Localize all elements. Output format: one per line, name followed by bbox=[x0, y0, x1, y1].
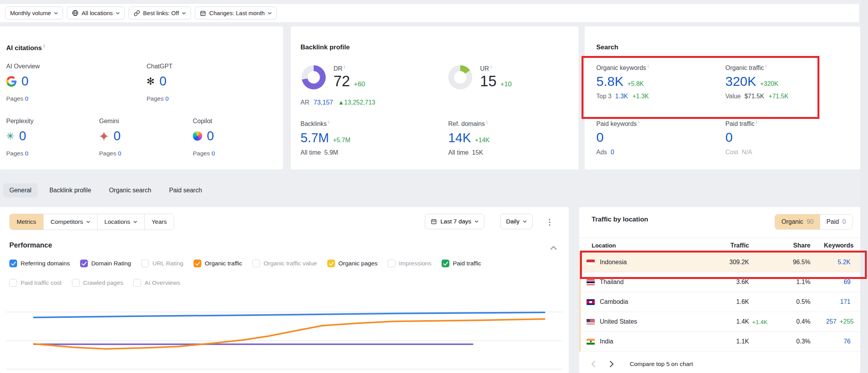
scrollbar-track[interactable] bbox=[860, 0, 868, 373]
perplexity-block: Perplexity ✳ 0 Pages 0 bbox=[6, 118, 92, 157]
keywords-link[interactable]: 5.2K bbox=[838, 259, 851, 266]
top3-value[interactable]: 1.3K bbox=[615, 93, 628, 99]
checkbox-domain-rating[interactable]: Domain Rating bbox=[80, 260, 131, 267]
checkbox-referring-domains[interactable]: Referring domains bbox=[9, 260, 70, 267]
chatgpt-block: ChatGPT ✻ 0 Pages 0 bbox=[147, 63, 232, 102]
table-row-indonesia[interactable]: Indonesia 309.2K 96.5% 5.2K bbox=[579, 253, 860, 272]
paid-count: 0 bbox=[842, 218, 846, 225]
location-table-footer: Compare top 5 on chart bbox=[591, 361, 693, 368]
next-page-chevron-icon[interactable] bbox=[609, 361, 614, 368]
segment-competitors[interactable]: Competitors bbox=[43, 214, 97, 230]
prev-page-chevron-icon[interactable] bbox=[591, 361, 596, 368]
table-row-thailand[interactable]: Thailand 3.6K 1.1% 69 bbox=[579, 272, 860, 292]
date-range-label: Last 7 days bbox=[440, 218, 471, 225]
organic-keywords-value[interactable]: 5.8K bbox=[596, 74, 623, 89]
calendar-icon bbox=[200, 10, 206, 16]
ref-domains-value[interactable]: 14K bbox=[448, 131, 471, 145]
monthly-volume-dropdown[interactable]: Monthly volume bbox=[5, 7, 63, 19]
table-row-india[interactable]: India 1.1K 0.3% 76 bbox=[579, 332, 860, 352]
pages-value[interactable]: 0 bbox=[25, 150, 28, 157]
traffic-by-location-card: Traffic by location Organic 90 Paid 0 Lo… bbox=[579, 207, 860, 373]
cost-value: N/A bbox=[742, 149, 752, 155]
checkbox-ai-overviews[interactable]: AI Overviews bbox=[133, 279, 180, 287]
checkbox-organic-traffic-value[interactable]: Organic traffic value bbox=[252, 260, 317, 267]
paid-traffic-value[interactable]: 0 bbox=[725, 130, 733, 145]
tab-general[interactable]: General bbox=[3, 183, 38, 197]
organic-keywords-block: Organic keywords 5.8K +5.8K Top 3 1.3K +… bbox=[596, 64, 713, 100]
india-flag-icon bbox=[587, 339, 595, 345]
section-tabs: General Backlink profile Organic search … bbox=[3, 183, 208, 197]
changes-dropdown[interactable]: Changes: Last month bbox=[195, 7, 277, 19]
pages-label: Pages bbox=[6, 150, 23, 157]
copilot-value[interactable]: 0 bbox=[207, 129, 214, 143]
performance-card: Metrics Competitors Locations Years Last… bbox=[0, 207, 569, 373]
table-row-united-states[interactable]: United States 1.4K +1.4K 0.4% 257+255 bbox=[579, 312, 860, 332]
pages-value[interactable]: 0 bbox=[211, 150, 215, 157]
paid-traffic-label: Paid traffic bbox=[725, 120, 842, 127]
ads-value[interactable]: 0 bbox=[611, 149, 614, 155]
paid-keywords-value[interactable]: 0 bbox=[596, 130, 604, 145]
tab-organic-search[interactable]: Organic search bbox=[103, 183, 158, 197]
checkbox-paid-traffic-cost[interactable]: Paid traffic cost bbox=[9, 279, 62, 287]
keywords-link[interactable]: 69 bbox=[844, 279, 851, 286]
checkbox-url-rating[interactable]: URL Rating bbox=[141, 260, 183, 267]
keywords-link[interactable]: 171 bbox=[840, 298, 851, 305]
segment-years[interactable]: Years bbox=[144, 214, 174, 230]
keywords-link[interactable]: 257 bbox=[826, 318, 837, 325]
value-change: +71.5K bbox=[768, 93, 788, 99]
indonesia-flag-icon bbox=[587, 260, 595, 265]
chatgpt-value[interactable]: 0 bbox=[159, 74, 166, 89]
chevron-down-icon bbox=[86, 221, 90, 223]
backlinks-value[interactable]: 5.7M bbox=[300, 131, 329, 145]
dr-donut-chart bbox=[302, 65, 326, 89]
link-icon bbox=[134, 10, 140, 16]
date-range-dropdown[interactable]: Last 7 days bbox=[425, 214, 484, 229]
toggle-paid[interactable]: Paid 0 bbox=[820, 214, 852, 229]
col-traffic[interactable]: Traffic bbox=[712, 242, 749, 249]
metric-checkbox-row-2: Paid traffic cost Crawled pages AI Overv… bbox=[9, 279, 180, 287]
top3-change: +1.3K bbox=[632, 93, 649, 99]
pages-value[interactable]: 0 bbox=[118, 150, 121, 157]
pages-value[interactable]: 0 bbox=[25, 95, 28, 102]
united-states-flag-icon bbox=[587, 319, 595, 325]
alltime-label: All time bbox=[448, 149, 468, 156]
pages-value[interactable]: 0 bbox=[165, 95, 169, 102]
checkbox-impressions[interactable]: Impressions bbox=[388, 260, 431, 267]
tab-backlink-profile[interactable]: Backlink profile bbox=[43, 183, 98, 197]
perplexity-icon: ✳ bbox=[6, 131, 14, 141]
organic-keywords-change: +5.8K bbox=[627, 80, 644, 87]
collapse-chevron-up-icon[interactable] bbox=[550, 244, 557, 251]
filter-toolbar: Monthly volume All locations Best links:… bbox=[0, 4, 859, 22]
organic-traffic-value[interactable]: 320K bbox=[725, 74, 756, 89]
toggle-organic[interactable]: Organic 90 bbox=[775, 214, 820, 229]
ar-value[interactable]: 73,157 bbox=[314, 99, 333, 106]
locations-dropdown[interactable]: All locations bbox=[67, 7, 125, 19]
checkbox-organic-traffic[interactable]: Organic traffic bbox=[194, 260, 242, 267]
organic-keywords-label: Organic keywords bbox=[596, 64, 713, 71]
dr-change: +60 bbox=[354, 80, 365, 88]
keywords-link[interactable]: 76 bbox=[844, 338, 851, 345]
perplexity-value[interactable]: 0 bbox=[19, 129, 26, 143]
checkbox-paid-traffic[interactable]: Paid traffic bbox=[442, 260, 481, 267]
segment-locations[interactable]: Locations bbox=[97, 214, 144, 230]
metric-checkbox-row-1: Referring domains Domain Rating URL Rati… bbox=[9, 260, 481, 267]
perplexity-label: Perplexity bbox=[6, 118, 92, 125]
col-keywords[interactable]: Keywords bbox=[810, 242, 854, 249]
granularity-dropdown[interactable]: Daily bbox=[500, 214, 533, 229]
col-share[interactable]: Share bbox=[783, 242, 810, 249]
segment-metrics[interactable]: Metrics bbox=[10, 214, 43, 230]
locations-label: All locations bbox=[82, 10, 113, 16]
performance-line-chart[interactable] bbox=[6, 303, 563, 373]
ai-overview-value[interactable]: 0 bbox=[21, 74, 28, 89]
value-amount: $71.5K bbox=[744, 93, 764, 99]
more-options-kebab-icon[interactable] bbox=[547, 217, 552, 227]
table-row-cambodia[interactable]: Cambodia 1.6K 0.5% 171 bbox=[579, 292, 860, 312]
checkbox-crawled-pages[interactable]: Crawled pages bbox=[72, 279, 123, 287]
backlinks-label: Backlinks bbox=[300, 120, 417, 127]
compare-top5-link[interactable]: Compare top 5 on chart bbox=[630, 361, 693, 368]
best-links-dropdown[interactable]: Best links: Off bbox=[129, 7, 191, 19]
tab-paid-search[interactable]: Paid search bbox=[163, 183, 208, 197]
gemini-value[interactable]: 0 bbox=[114, 129, 121, 143]
checkbox-organic-pages[interactable]: Organic pages bbox=[327, 260, 378, 267]
col-location[interactable]: Location bbox=[579, 242, 712, 249]
